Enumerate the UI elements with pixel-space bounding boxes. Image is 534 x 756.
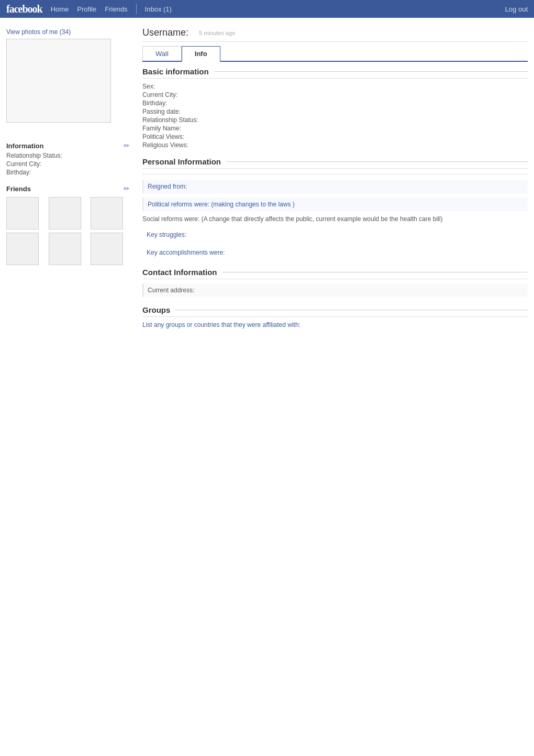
friend-photo-2[interactable] [49, 197, 81, 229]
field-religious-views: Religious Views: [142, 141, 528, 149]
timestamp: 5 minutes ago [199, 30, 235, 36]
information-header: Information ✏ [6, 141, 130, 150]
personal-info-header: Personal Information [142, 157, 528, 169]
current-address-label: Current address: [148, 287, 194, 294]
username-area: Username: 5 minutes ago [142, 23, 528, 42]
profile-photo-placeholder [6, 39, 111, 123]
relationship-status-label: Relationship Status: [6, 152, 62, 159]
inbox-link[interactable]: Inbox (1) [145, 5, 172, 13]
current-city-label: Current City: [6, 160, 41, 168]
top-nav: facebook Home Profile Friends Inbox (1) … [0, 0, 534, 18]
tab-wall[interactable]: Wall [142, 46, 182, 61]
profile-photo-area: View photos of me (34) [6, 28, 111, 133]
home-link[interactable]: Home [51, 5, 69, 13]
friends-grid [6, 197, 130, 265]
friend-photo-6[interactable] [91, 233, 123, 265]
friends-section: Friends ✏ [6, 184, 130, 265]
groups-section: Groups List any groups or countries that… [142, 305, 528, 328]
field-current-city: Current City: [142, 91, 528, 98]
view-photos-link[interactable]: View photos of me (34) [6, 28, 111, 36]
friend-photo-5[interactable] [49, 233, 81, 265]
brand-logo: facebook [6, 3, 42, 15]
field-relationship-status: Relationship Status: [142, 116, 528, 124]
contact-info-header: Contact Information [142, 268, 528, 279]
contact-info-title: Contact Information [142, 268, 217, 277]
tabs-bar: Wall Info [142, 46, 528, 62]
field-sex: Sex: [142, 83, 528, 90]
key-accomplishments-label: Key accomplishments were: [147, 249, 225, 256]
groups-description: List any groups or countries that they w… [142, 321, 528, 328]
birthday-label: Birthday: [6, 169, 31, 176]
personal-divider [142, 174, 528, 174]
friend-photo-3[interactable] [91, 197, 123, 229]
social-reforms-field: Social reforms were: (A change that dire… [142, 215, 528, 223]
social-reforms-text: Social reforms were: (A change that dire… [142, 215, 442, 223]
political-reforms-text: Political reforms were: (making changes … [148, 201, 295, 208]
field-birthday: Birthday: [142, 100, 528, 107]
basic-info-title: Basic information [142, 67, 209, 76]
groups-desc-text: List any groups or countries that they w… [142, 321, 301, 328]
field-political-views: Political Views: [142, 133, 528, 140]
basic-info-fields: Sex: Current City: Birthday: Passing dat… [142, 83, 528, 149]
friends-edit-icon[interactable]: ✏ [124, 184, 130, 193]
main-container: View photos of me (34) Information ✏ Rel… [0, 18, 534, 347]
birthday-field: Birthday: [6, 169, 130, 176]
information-section: Information ✏ Relationship Status: Curre… [6, 141, 130, 176]
logout-link[interactable]: Log out [505, 5, 528, 13]
key-accomplishments-field: Key accomplishments were: [142, 246, 528, 259]
basic-info-section: Basic information Sex: Current City: Bir… [142, 67, 528, 149]
friends-link[interactable]: Friends [105, 5, 127, 13]
groups-title: Groups [142, 305, 170, 314]
personal-info-title: Personal Information [142, 157, 221, 166]
nav-divider [136, 4, 137, 14]
information-edit-icon[interactable]: ✏ [124, 141, 130, 150]
friends-title: Friends [6, 185, 31, 193]
profile-link[interactable]: Profile [77, 5, 96, 13]
friend-photo-4[interactable] [6, 233, 39, 265]
groups-header: Groups [142, 305, 528, 317]
field-family-name: Family Name: [142, 125, 528, 132]
contact-info-section: Contact Information Current address: [142, 268, 528, 297]
reigned-from-field: Reigned from: [142, 180, 528, 193]
current-city-field: Current City: [6, 160, 130, 168]
political-reforms-field: Political reforms were: (making changes … [142, 198, 528, 211]
sidebar: View photos of me (34) Information ✏ Rel… [0, 23, 136, 347]
relationship-status-field: Relationship Status: [6, 152, 130, 159]
username-label: Username: [142, 27, 188, 38]
friend-photo-1[interactable] [6, 197, 39, 229]
basic-info-header: Basic information [142, 67, 528, 79]
field-passing-date: Passing date: [142, 108, 528, 115]
key-struggles-label: Key struggles: [147, 231, 186, 238]
current-address-field: Current address: [142, 283, 528, 297]
reigned-from-label: Reigned from: [148, 183, 187, 190]
tab-info[interactable]: Info [182, 46, 220, 62]
content-area: Username: 5 minutes ago Wall Info Basic … [136, 23, 534, 347]
friends-header: Friends ✏ [6, 184, 130, 193]
key-struggles-field: Key struggles: [142, 228, 528, 242]
information-title: Information [6, 142, 44, 150]
personal-info-section: Personal Information Reigned from: Polit… [142, 157, 528, 259]
